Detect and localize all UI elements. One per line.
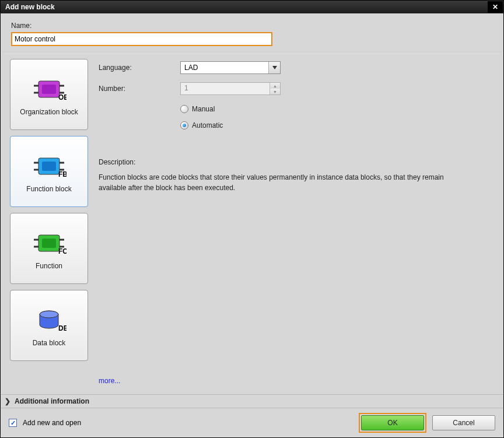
titlebar: Add new block ✕ xyxy=(1,1,503,13)
chevron-right-icon: ❯ xyxy=(4,397,11,405)
spin-up-button[interactable]: ▲ xyxy=(270,83,280,89)
spin-down-button[interactable]: ▼ xyxy=(270,89,280,94)
number-value: 1 xyxy=(184,84,188,92)
block-type-function[interactable]: FC Function xyxy=(10,213,88,284)
combo-arrow-icon[interactable] xyxy=(268,62,280,73)
svg-text:DB: DB xyxy=(58,324,66,332)
svg-point-22 xyxy=(40,311,58,318)
block-caption: Data block xyxy=(33,339,66,347)
block-type-list: OB Organization block xyxy=(10,59,88,388)
svg-rect-8 xyxy=(42,162,56,171)
svg-text:OB: OB xyxy=(58,93,66,101)
cancel-button[interactable]: Cancel xyxy=(432,415,495,430)
description-label: Description: xyxy=(99,158,494,166)
block-caption: Function xyxy=(36,262,62,270)
details-pane: Language: Number: 1 ▲ ▼ xyxy=(99,59,494,388)
additional-info-expander[interactable]: ❯ Additional information xyxy=(1,394,503,408)
ok-button-highlight: OK xyxy=(359,413,426,433)
fb-icon: FB xyxy=(32,153,66,180)
spin-buttons: ▲ ▼ xyxy=(270,83,280,94)
name-section: Name: xyxy=(1,13,503,52)
fc-icon: FC xyxy=(32,230,66,257)
name-label: Name: xyxy=(11,22,493,30)
ok-button[interactable]: OK xyxy=(361,415,424,430)
language-combo[interactable] xyxy=(180,61,281,74)
add-new-block-dialog: Add new block ✕ Name: xyxy=(0,0,504,438)
name-input[interactable] xyxy=(12,33,271,45)
language-row: Language: xyxy=(99,60,494,75)
description-text: Function blocks are code blocks that sto… xyxy=(99,172,472,193)
add-open-label: Add new and open xyxy=(23,419,81,427)
name-input-highlight xyxy=(11,32,272,46)
dialog-body: Name: OB xyxy=(1,13,503,437)
more-link[interactable]: more... xyxy=(99,377,494,385)
language-combo-input[interactable] xyxy=(180,61,281,74)
block-type-function-block[interactable]: FB Function block xyxy=(10,136,88,207)
radio-automatic[interactable]: Automatic xyxy=(180,118,494,132)
block-caption: Function block xyxy=(26,185,71,193)
footer: Add new and open OK Cancel xyxy=(1,408,503,437)
language-label: Language: xyxy=(99,64,180,72)
add-open-checkbox[interactable] xyxy=(9,419,17,427)
number-row: Number: 1 ▲ ▼ xyxy=(99,81,494,96)
radio-icon xyxy=(180,105,188,113)
svg-marker-24 xyxy=(272,66,277,69)
dialog-title: Add new block xyxy=(5,3,55,11)
number-label: Number: xyxy=(99,85,180,93)
block-type-organization-block[interactable]: OB Organization block xyxy=(10,59,88,130)
svg-text:FB: FB xyxy=(58,170,66,178)
expander-label: Additional information xyxy=(15,397,89,405)
close-icon: ✕ xyxy=(492,3,498,11)
ob-icon: OB xyxy=(32,76,66,103)
svg-rect-1 xyxy=(42,85,56,94)
block-caption: Organization block xyxy=(20,108,78,116)
svg-text:FC: FC xyxy=(58,247,66,255)
db-icon: DB xyxy=(32,307,66,334)
radio-manual[interactable]: Manual xyxy=(180,102,494,116)
number-mode-radiogroup: Manual Automatic xyxy=(180,102,494,135)
number-spinner: 1 ▲ ▼ xyxy=(180,82,281,95)
svg-rect-15 xyxy=(42,239,56,248)
close-button[interactable]: ✕ xyxy=(488,1,503,13)
radio-icon xyxy=(180,121,188,129)
radio-label: Automatic xyxy=(192,121,223,129)
main-row: OB Organization block xyxy=(1,53,503,394)
radio-label: Manual xyxy=(192,105,215,113)
block-type-data-block[interactable]: DB Data block xyxy=(10,290,88,361)
description-section: Description: Function blocks are code bl… xyxy=(99,158,494,193)
